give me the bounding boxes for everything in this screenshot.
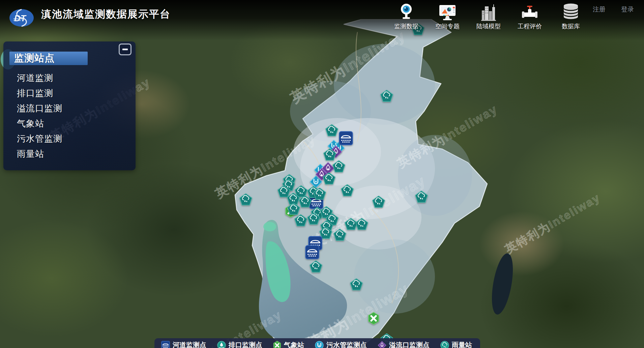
outlet-legend-icon — [217, 341, 226, 348]
legend-label: 污水管监测点 — [326, 341, 367, 348]
rain-station-marker[interactable] — [323, 172, 335, 184]
nav-item-spatial-topic[interactable]: 空间专题 — [432, 2, 463, 30]
nav-item-database[interactable]: 数据库 — [555, 2, 587, 30]
legend-label: 溢流口监测点 — [389, 341, 430, 348]
rain-station-marker[interactable] — [355, 218, 368, 230]
nav-item-monitor-data[interactable]: 监测数据 — [390, 2, 422, 30]
rain-station-marker[interactable] — [294, 214, 307, 226]
rain-station-marker[interactable] — [287, 203, 300, 215]
rain-station-marker[interactable] — [333, 229, 346, 241]
sewage-legend-icon — [315, 341, 324, 348]
legend-item-river: 河道监测点 — [161, 341, 206, 348]
rain-station-marker[interactable] — [325, 124, 338, 136]
legend-item-overflow: 溢流口监测点 — [378, 341, 430, 348]
panel-item-overflow-monitoring[interactable]: 溢流口监测 — [3, 101, 136, 116]
app-logo: DT — [9, 8, 34, 29]
rain-station-marker[interactable] — [380, 90, 393, 102]
panel-item-outlet-monitoring[interactable]: 排口监测 — [3, 86, 136, 101]
page-title: 滇池流域监测数据展示平台 — [41, 7, 171, 21]
legend-item-weather: 气象站 — [273, 341, 304, 348]
rain-station-marker[interactable] — [313, 187, 326, 200]
nav-item-land-model[interactable]: 陆域模型 — [473, 2, 504, 30]
svg-text:DT: DT — [14, 13, 27, 23]
nav-label: 监测数据 — [394, 22, 418, 30]
rain-station-marker[interactable] — [310, 260, 322, 272]
top-navigation: 监测数据 — [390, 2, 587, 30]
panel-item-river-monitoring[interactable]: 河道监测 — [3, 70, 136, 86]
river-station-marker[interactable] — [339, 131, 353, 145]
rain-station-marker[interactable] — [299, 195, 312, 207]
nav-label: 数据库 — [562, 22, 580, 30]
monitor-chart-icon — [439, 2, 456, 21]
nav-item-project-eval[interactable]: 工程评价 — [514, 2, 546, 30]
collapse-panel-button[interactable] — [119, 44, 131, 55]
legend-item-sewage: 污水管监测点 — [315, 341, 367, 348]
rain-legend-icon — [440, 341, 449, 348]
top-header-bar: DT 滇池流域监测数据展示平台 监测数据 — [0, 0, 644, 40]
rain-station-marker[interactable] — [307, 212, 320, 225]
rain-station-marker[interactable] — [350, 278, 363, 290]
minus-icon — [122, 49, 128, 50]
app-root: 英特利为Inteliway 英特利为Inteliway 英特利为Inteliwa… — [0, 0, 644, 348]
legend-item-rain: 雨量站 — [440, 341, 472, 348]
pipe-valve-icon — [521, 2, 538, 21]
legend-item-outlet: 排口监测点 — [217, 341, 262, 348]
monitor-stations-panel: 监测站点 河道监测 排口监测 溢流口监测 气象站 污水管监测 雨量站 — [3, 41, 136, 170]
database-icon — [562, 2, 579, 21]
webcam-icon — [399, 2, 414, 21]
nav-label: 陆域模型 — [476, 22, 501, 30]
auth-links: 注册 登录 — [593, 5, 634, 14]
rain-station-marker[interactable] — [415, 191, 428, 203]
rain-station-marker[interactable] — [239, 193, 252, 205]
panel-item-sewage-monitoring[interactable]: 污水管监测 — [3, 131, 136, 146]
rain-station-marker[interactable] — [372, 196, 385, 208]
lake-east — [488, 252, 517, 316]
station-type-list: 河道监测 排口监测 溢流口监测 气象站 污水管监测 雨量站 — [3, 70, 136, 162]
city-buildings-icon — [481, 2, 496, 21]
panel-title-monitor-stations[interactable]: 监测站点 — [9, 52, 88, 65]
legend-label: 排口监测点 — [229, 341, 262, 348]
weather-station-marker[interactable] — [368, 312, 379, 325]
nav-label: 空间专题 — [435, 22, 460, 30]
river-station-marker[interactable] — [305, 245, 319, 259]
river-legend-icon — [161, 341, 170, 348]
rain-station-marker[interactable] — [323, 148, 336, 161]
weather-legend-icon — [273, 341, 281, 348]
rain-station-marker[interactable] — [332, 160, 345, 172]
panel-item-weather-station[interactable]: 气象站 — [3, 116, 136, 131]
register-link[interactable]: 注册 — [593, 5, 606, 14]
nav-label: 工程评价 — [518, 22, 542, 30]
legend-label: 雨量站 — [452, 341, 472, 348]
login-link[interactable]: 登录 — [621, 5, 634, 14]
panel-item-rain-station[interactable]: 雨量站 — [3, 146, 136, 162]
legend-label: 气象站 — [284, 341, 304, 348]
overflow-legend-icon — [378, 341, 386, 348]
legend-label: 河道监测点 — [173, 341, 206, 348]
rain-station-marker[interactable] — [341, 184, 354, 196]
map-legend: 河道监测点 排口监测点 气象站 — [154, 338, 480, 348]
